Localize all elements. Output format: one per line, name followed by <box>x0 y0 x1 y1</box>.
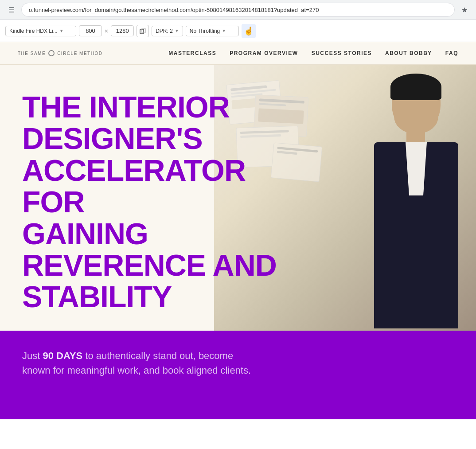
throttle-label: No Throttling <box>190 28 220 34</box>
nav-about-bobby[interactable]: ABOUT BOBBY <box>385 50 432 56</box>
logo-circle-icon <box>48 50 55 56</box>
subhero-text: Just 90 DAYS to authentically stand out,… <box>22 348 253 378</box>
site-logo[interactable]: THE SAME CIRCLE METHOD <box>18 50 102 56</box>
nav-masterclass[interactable]: MASTERCLASS <box>168 50 216 56</box>
nav-success-stories[interactable]: SUCCESS STORIES <box>312 50 372 56</box>
touch-icon: ☝ <box>244 26 254 36</box>
logo-text-2: CIRCLE METHOD <box>57 51 102 56</box>
hero-heading-line2: DESIGNER'S <box>22 121 203 155</box>
subhero-text-before-bold: Just <box>22 350 43 361</box>
device-label: Kindle Fire HDX Li... <box>9 28 58 34</box>
nav-links: MASTERCLASS PROGRAM OVERVIEW SUCCESS STO… <box>168 50 458 56</box>
nav-faq[interactable]: FAQ <box>445 50 458 56</box>
device-dropdown-arrow: ▼ <box>59 28 64 33</box>
touch-mode-button[interactable]: ☝ <box>242 24 256 38</box>
site-navigation: THE SAME CIRCLE METHOD MASTERCLASS PROGR… <box>0 42 476 65</box>
person-figure <box>299 74 467 331</box>
browser-address-bar-row: ☰ o.funnel-preview.com/for_domain/go.the… <box>0 0 476 20</box>
dpr-dropdown-arrow: ▼ <box>175 28 179 33</box>
dimension-separator: × <box>105 27 108 35</box>
hero-heading: THE INTERIOR DESIGNER'S ACCELERATOR FOR … <box>22 91 285 313</box>
url-text: o.funnel-preview.com/for_domain/go.thesa… <box>29 7 319 13</box>
hero-heading-line6: STABILITY <box>22 280 172 313</box>
rotate-button[interactable] <box>137 25 149 37</box>
hero-heading-line4: GAINING <box>22 217 148 250</box>
hero-heading-line5: REVERENCE AND <box>22 248 277 282</box>
dpr-label: DPR: 2 <box>156 28 173 34</box>
subhero-bold-text: 90 DAYS <box>43 350 82 361</box>
nav-program-overview[interactable]: PROGRAM OVERVIEW <box>230 50 298 56</box>
website-frame: THE SAME CIRCLE METHOD MASTERCLASS PROGR… <box>0 42 476 449</box>
bookmark-icon[interactable]: ★ <box>458 4 471 16</box>
throttle-dropdown-arrow: ▼ <box>222 28 226 33</box>
devtools-toolbar: Kindle Fire HDX Li... ▼ × DPR: 2 ▼ No Th… <box>0 20 476 42</box>
hero-heading-line1: THE INTERIOR <box>22 90 230 124</box>
device-selector[interactable]: Kindle Fire HDX Li... ▼ <box>5 26 76 36</box>
address-bar[interactable]: o.funnel-preview.com/for_domain/go.thesa… <box>21 3 455 17</box>
subhero-section: Just 90 DAYS to authentically stand out,… <box>0 331 476 419</box>
viewport-height-input[interactable] <box>111 25 134 36</box>
reader-mode-icon[interactable]: ☰ <box>5 4 18 16</box>
dpr-selector[interactable]: DPR: 2 ▼ <box>152 26 183 36</box>
hero-text: THE INTERIOR DESIGNER'S ACCELERATOR FOR … <box>0 65 285 331</box>
viewport-width-input[interactable] <box>79 25 102 36</box>
throttle-selector[interactable]: No Throttling ▼ <box>186 26 239 36</box>
hero-heading-line3: ACCELERATOR FOR <box>22 153 246 219</box>
logo-text: THE SAME <box>18 51 46 56</box>
hero-section: THE INTERIOR DESIGNER'S ACCELERATOR FOR … <box>0 65 476 331</box>
